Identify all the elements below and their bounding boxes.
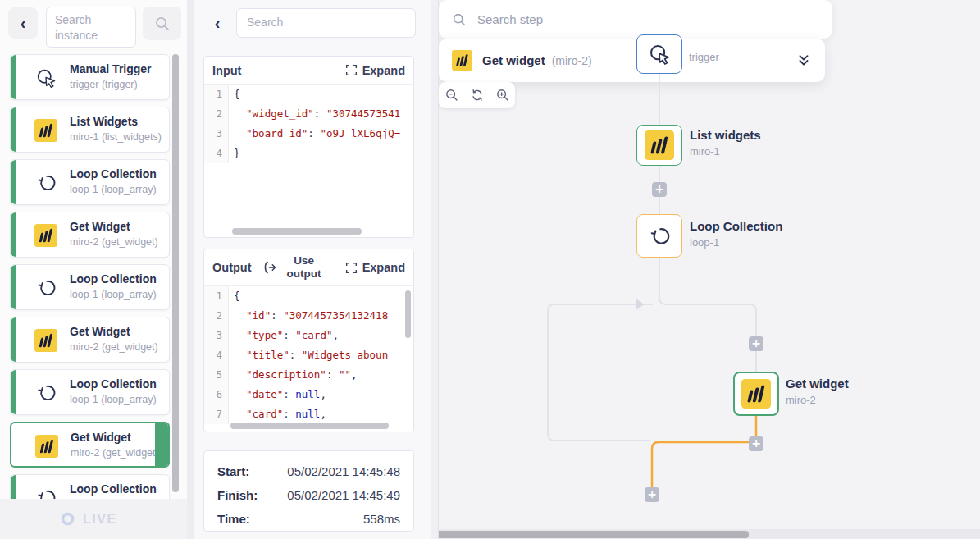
export-output-icon (262, 260, 276, 275)
code-text: "card": null, (229, 404, 326, 424)
output-panel-header: Output Use output Expand (204, 249, 413, 286)
inspector-search-input[interactable]: Search (236, 8, 416, 38)
stat-row: Start:05/02/2021 14:45:48 (217, 461, 400, 482)
step-title: Get Widget (71, 431, 131, 444)
workflow-step-item[interactable]: Get Widgetmiro-2 (get_widget) (10, 212, 170, 258)
workflow-canvas[interactable]: trigger List widgets miro-1 Loop Collect… (439, 0, 980, 539)
search-instance-input[interactable]: Search instance (46, 7, 136, 48)
input-hscrollbar-thumb[interactable] (232, 228, 362, 235)
loop-collection-node-label: Loop Collection loop-1 (690, 219, 782, 249)
list-widgets-node[interactable] (636, 125, 682, 166)
code-text: "type": "card", (229, 326, 339, 345)
code-text: "description": "", (229, 365, 358, 385)
step-status-accent (11, 107, 16, 152)
workflow-step-item[interactable]: Loop Collectionloop-1 (loop_array) (10, 369, 170, 415)
step-subtitle: miro-2 (get_widget) (70, 236, 158, 248)
add-step-button[interactable]: + (645, 487, 659, 502)
list-widgets-node-label: List widgets miro-1 (690, 128, 761, 158)
code-text: "widget_id": "30744573541 (229, 104, 400, 124)
code-line: 2 "id": "3074457354132418 (204, 306, 413, 326)
input-code-editor[interactable]: 1{2 "widget_id": "307445735413 "board_id… (204, 85, 413, 230)
output-expand-button[interactable]: Expand (345, 261, 405, 274)
trigger-node[interactable] (636, 34, 682, 74)
loop-icon (34, 171, 57, 194)
miro-icon (645, 130, 674, 160)
step-status-accent (11, 160, 16, 204)
get-widget-node-label: Get widget miro-2 (786, 377, 849, 406)
line-number: 5 (204, 365, 229, 385)
code-line: 2 "widget_id": "30744573541 (204, 104, 413, 124)
output-hscrollbar-thumb[interactable] (230, 423, 389, 429)
output-code-editor[interactable]: 1{2 "id": "30744573541324183 "type": "ca… (204, 286, 413, 424)
stat-value: 05/02/2021 14:45:48 (287, 464, 400, 478)
workflow-step-item[interactable]: List Widgetsmiro-1 (list_widgets) (10, 107, 170, 153)
miro-icon (34, 224, 57, 247)
stat-value: 558ms (363, 512, 400, 526)
live-toggle[interactable]: LIVE (0, 499, 187, 539)
get-widget-node[interactable] (733, 372, 779, 416)
line-number: 1 (204, 286, 229, 306)
step-subtitle: trigger (trigger) (70, 79, 138, 90)
use-output-button[interactable]: Use output (262, 254, 326, 281)
search-button[interactable] (143, 7, 181, 40)
line-number: 7 (204, 404, 229, 424)
step-inspector-panel: ‹ Search Input Expand 1{2 "widget_id": "… (194, 0, 431, 539)
loop-icon (34, 381, 57, 404)
output-panel: Output Use output Expand 1{2 "id": "3074… (203, 249, 414, 432)
sidebar-back-button[interactable]: ‹ (8, 7, 38, 39)
step-title: Loop Collection (70, 482, 157, 496)
line-number: 1 (204, 85, 229, 104)
panel-divider (431, 0, 439, 539)
step-status-accent (11, 317, 16, 362)
manual-trigger-icon (647, 42, 672, 66)
step-title: Manual Trigger (70, 62, 152, 75)
stat-row: Time:558ms (217, 509, 400, 529)
line-number: 3 (204, 326, 229, 345)
code-text: "board_id": "o9J_lXL6qjQ= (229, 124, 400, 144)
step-title: List Widgets (70, 115, 138, 128)
input-expand-button[interactable]: Expand (345, 64, 405, 77)
code-text: "id": "3074457354132418 (229, 306, 388, 326)
canvas-hscrollbar-thumb[interactable] (439, 531, 749, 538)
loop-collection-node[interactable] (636, 214, 682, 258)
canvas-hscrollbar[interactable] (439, 529, 980, 539)
line-number: 6 (204, 385, 229, 404)
workflow-step-item[interactable]: Manual Triggertrigger (trigger) (10, 54, 170, 100)
manual-trigger-icon (34, 66, 57, 89)
step-title: Get Widget (70, 325, 130, 338)
sidebar-scrollbar[interactable] (172, 54, 179, 492)
workflow-step-item[interactable]: Loop Collectionloop-1 (loop_array) (10, 159, 170, 205)
miro-icon (34, 329, 57, 352)
workflow-step-item[interactable]: Get Widgetmiro-2 (get_widget) (10, 422, 170, 468)
input-panel: Input Expand 1{2 "widget_id": "307445735… (203, 56, 414, 238)
use-output-label: Use output (282, 254, 326, 281)
step-subtitle: miro-1 (list_widgets) (70, 131, 162, 143)
line-number: 2 (204, 104, 229, 124)
scrollbar-thumb[interactable] (172, 54, 179, 492)
step-title: Loop Collection (70, 377, 157, 391)
add-step-button[interactable]: + (652, 182, 667, 197)
code-line: 1{ (204, 85, 413, 104)
code-text: } (229, 144, 240, 163)
input-panel-title: Input (212, 64, 241, 77)
code-text: "title": "Widgets aboun (229, 345, 388, 365)
workflow-step-item[interactable]: Get Widgetmiro-2 (get_widget) (10, 317, 170, 363)
output-vscrollbar-thumb[interactable] (405, 290, 411, 338)
add-step-button[interactable]: + (749, 436, 763, 451)
code-text: { (229, 85, 240, 104)
stat-row: Finish:05/02/2021 14:45:49 (217, 485, 400, 505)
inspector-back-button[interactable]: ‹ (208, 13, 226, 33)
input-panel-header: Input Expand (204, 57, 413, 85)
stat-label: Time: (217, 512, 250, 526)
step-status-accent (11, 265, 16, 309)
step-title: Loop Collection (70, 167, 157, 180)
add-step-button[interactable]: + (749, 336, 763, 351)
live-status-icon (61, 512, 75, 526)
miro-icon (35, 435, 58, 458)
chevron-left-icon: ‹ (21, 15, 26, 31)
trigger-node-label: trigger (689, 51, 719, 63)
stat-value: 05/02/2021 14:45:49 (287, 488, 400, 502)
workflow-step-item[interactable]: Loop Collectionloop-1 (loop_array) (10, 264, 170, 310)
line-number: 2 (204, 306, 229, 326)
search-icon (154, 16, 171, 32)
